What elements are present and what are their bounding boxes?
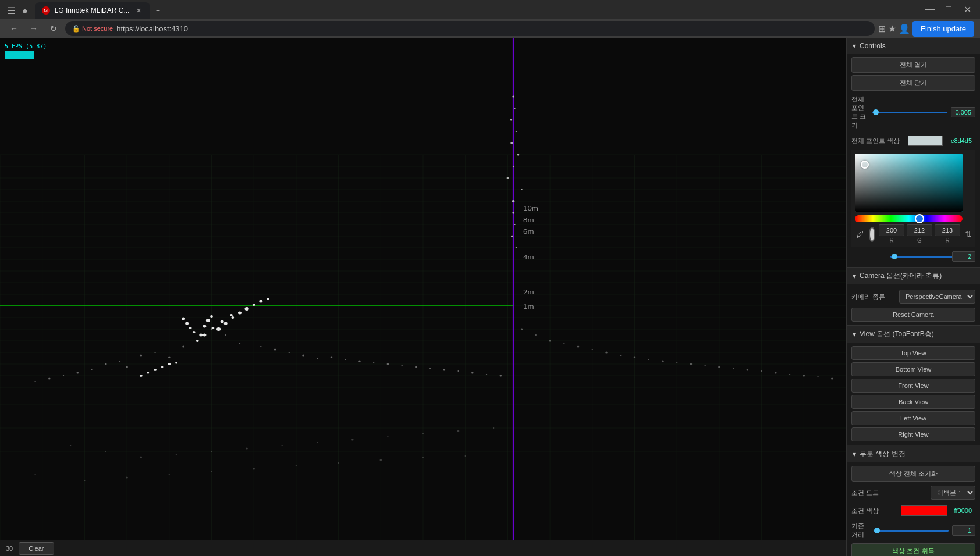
fps-bar [5, 51, 34, 59]
camera-section-header[interactable]: ▾ Camera 옵션(카메라 축류) [847, 268, 980, 284]
svg-point-90 [429, 368, 431, 369]
reload-button[interactable]: ↻ [45, 20, 62, 37]
point-size-value: 0.005 [951, 107, 975, 117]
color-change-section: ▾ 부분 색상 변경 색상 전체 조기화 조건 모드 이백분 ÷ 조건 색상 f… [847, 445, 980, 556]
extra-slider-container [890, 256, 949, 258]
condition-color-box[interactable] [901, 505, 947, 516]
window-controls: — □ ✕ [922, 1, 975, 17]
point-count: 30 [6, 545, 13, 552]
svg-point-110 [718, 366, 720, 368]
svg-point-64 [225, 334, 226, 336]
svg-point-71 [274, 349, 276, 351]
camera-section-content: 카메라 종류 PerspectiveCamera Reset Camera [847, 284, 980, 325]
reset-camera-button[interactable]: Reset Camera [851, 308, 975, 322]
front-view-button[interactable]: Front View [851, 379, 975, 393]
svg-point-108 [690, 363, 693, 365]
svg-point-77 [358, 361, 361, 362]
close-button[interactable]: ✕ [959, 1, 975, 17]
point-size-slider-container [872, 112, 947, 113]
svg-point-138 [221, 320, 224, 323]
svg-point-136 [203, 334, 206, 337]
close-all-button[interactable]: 전체 닫기 [851, 75, 975, 91]
view-section-header[interactable]: ▾ View 옵션 (TopFontB층) [847, 326, 980, 343]
svg-text:1m: 1m [523, 303, 534, 311]
cast-button[interactable]: ⊞ [878, 23, 886, 34]
fps-counter: 5 FPS (5-87) [5, 43, 47, 59]
r-input-group: R [879, 224, 904, 244]
point-size-slider[interactable] [872, 112, 947, 113]
base-distance-slider[interactable] [874, 530, 949, 532]
bottom-view-button[interactable]: Bottom View [851, 362, 975, 376]
maximize-button[interactable]: □ [940, 1, 957, 17]
minimize-button[interactable]: — [922, 1, 938, 17]
svg-point-109 [704, 365, 705, 366]
r-input[interactable] [879, 224, 904, 236]
bookmark-button[interactable]: ★ [888, 23, 896, 34]
svg-text:2m: 2m [523, 288, 534, 296]
color-change-header[interactable]: ▾ 부분 색상 변경 [847, 445, 980, 462]
picker-controls-row: 🖊 R G [855, 224, 972, 244]
forward-button[interactable]: → [26, 20, 42, 37]
chrome-menu-icon[interactable]: ☰ [5, 3, 17, 19]
b-input[interactable] [935, 224, 960, 236]
controls-collapse-icon: ▾ [853, 42, 856, 50]
clear-button[interactable]: Clear [19, 542, 54, 555]
color-mode-toggle[interactable]: ⇅ [965, 230, 972, 239]
new-tab-button[interactable]: + [150, 3, 165, 19]
back-button[interactable]: ← [6, 20, 22, 37]
color-reset-button[interactable]: 색상 전체 조기화 [851, 466, 975, 482]
svg-point-122 [203, 325, 206, 328]
controls-section-content: 전체 열기 전체 닫기 전체 포인트 크기 0.005 전체 포인트 색상 c8 [847, 54, 980, 267]
svg-point-52 [510, 142, 513, 144]
controls-section-header[interactable]: ▾ Controls [847, 38, 980, 54]
svg-text:6m: 6m [523, 228, 534, 236]
url-text: https://localhost:4310 [116, 24, 188, 33]
svg-point-56 [521, 189, 522, 190]
svg-point-133 [253, 304, 255, 306]
tab-favicon: M [42, 6, 50, 15]
svg-point-69 [168, 357, 171, 358]
svg-point-113 [761, 370, 762, 372]
svg-point-112 [747, 369, 749, 371]
svg-point-129 [224, 322, 228, 325]
condition-mode-select[interactable]: 이백분 ÷ [931, 486, 975, 500]
profile-button[interactable]: 👤 [899, 23, 910, 34]
base-distance-row: 기준 거리 1 [851, 520, 975, 541]
svg-point-137 [212, 327, 215, 329]
svg-point-99 [563, 343, 564, 344]
address-box[interactable]: 🔓 Not secure https://localhost:4310 [65, 21, 875, 36]
viewport[interactable]: 10m 8m 6m 4m 2m 1m 5 FPS (5-87) 30 Clear [0, 38, 846, 556]
right-view-button[interactable]: Right View [851, 427, 975, 441]
color-picker-dot[interactable] [861, 161, 869, 169]
svg-point-78 [373, 362, 374, 363]
active-tab[interactable]: M LG Innotek MLiDAR C... ✕ [35, 2, 151, 19]
svg-point-119 [196, 340, 199, 342]
top-view-button[interactable]: Top View [851, 346, 975, 360]
tab-close-button[interactable]: ✕ [134, 6, 143, 15]
color-preview-box[interactable] [908, 136, 943, 146]
point-cloud-canvas: 10m 8m 6m 4m 2m 1m [0, 38, 846, 556]
svg-point-114 [775, 372, 777, 374]
profile-icon[interactable]: ● [20, 3, 30, 19]
base-distance-slider-container [874, 530, 949, 532]
condition-mode-row: 조건 모드 이백분 ÷ [851, 484, 975, 501]
apply-condition-button[interactable]: 색상 조건 취득 [851, 543, 975, 556]
finish-update-button[interactable]: Finish update [912, 21, 974, 37]
svg-point-104 [634, 357, 636, 358]
bottom-status-bar: 30 Clear [0, 540, 846, 556]
open-all-button[interactable]: 전체 열기 [851, 57, 975, 73]
eyedropper-button[interactable]: 🖊 [855, 229, 865, 240]
svg-point-54 [513, 166, 514, 167]
g-input[interactable] [907, 224, 932, 236]
svg-point-164 [253, 468, 255, 470]
extra-value: 2 [952, 251, 975, 262]
back-view-button[interactable]: Back View [851, 395, 975, 409]
color-gradient-area[interactable] [855, 154, 963, 212]
left-view-button[interactable]: Left View [851, 411, 975, 425]
camera-type-select[interactable]: PerspectiveCamera [899, 290, 975, 304]
hue-slider[interactable] [855, 215, 963, 222]
svg-point-60 [511, 236, 513, 237]
svg-text:10m: 10m [523, 205, 538, 212]
svg-point-126 [210, 315, 213, 318]
lock-icon: 🔓 [72, 25, 80, 33]
